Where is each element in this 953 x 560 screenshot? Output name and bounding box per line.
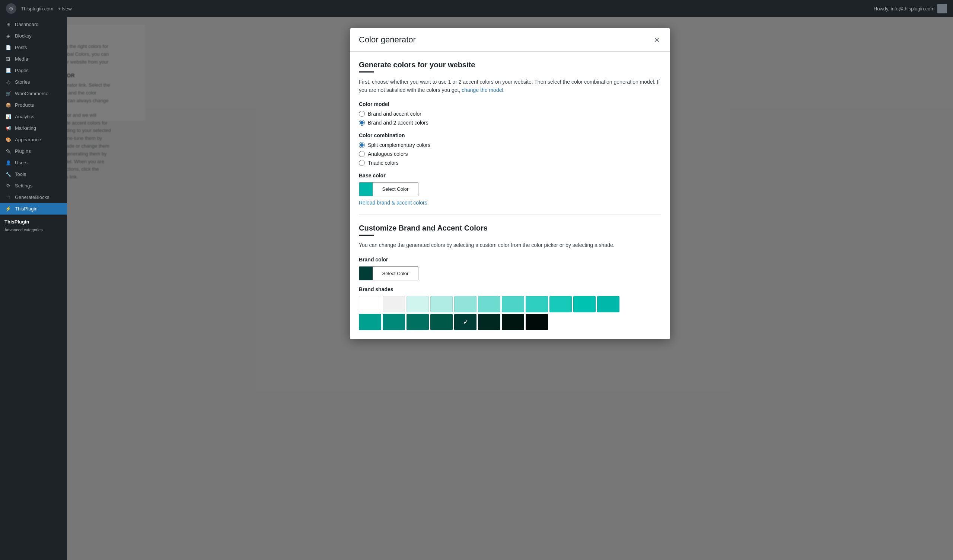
sidebar-item-posts[interactable]: 📄 Posts: [0, 42, 67, 53]
sidebar-footer-label: ThisPlugin: [0, 216, 67, 227]
sidebar-item-analytics[interactable]: 📊 Analytics: [0, 111, 67, 122]
analytics-icon: 📊: [5, 114, 12, 119]
sidebar-item-appearance[interactable]: 🎨 Appearance: [0, 134, 67, 145]
products-icon: 📦: [5, 103, 12, 108]
sidebar-item-stories[interactable]: ◎ Stories: [0, 76, 67, 88]
wp-logo: ⊕: [6, 3, 16, 14]
dashboard-icon: ⊞: [5, 22, 12, 27]
woocommerce-icon: 🛒: [5, 91, 12, 96]
sidebar-item-media[interactable]: 🖼 Media: [0, 53, 67, 65]
settings-icon: ⚙: [5, 183, 12, 189]
modal-overlay: Color generator × Generate colors for yo…: [67, 17, 153, 560]
posts-icon: 📄: [5, 45, 12, 50]
avatar: [937, 4, 947, 13]
sidebar-item-tools[interactable]: 🔧 Tools: [0, 169, 67, 180]
blocksy-icon: ◈: [5, 33, 12, 39]
sidebar-item-plugins[interactable]: 🔌 Plugins: [0, 145, 67, 157]
plugins-icon: 🔌: [5, 149, 12, 154]
sidebar-item-woocommerce[interactable]: 🛒 WooCommerce: [0, 88, 67, 99]
thisplugin-icon: ⚡: [5, 206, 12, 212]
sidebar-item-dashboard[interactable]: ⊞ Dashboard: [0, 19, 67, 30]
user-greeting: Howdy, info@thisplugin.com: [874, 6, 934, 12]
sidebar-item-thisplugin[interactable]: ⚡ ThisPlugin: [0, 203, 67, 215]
stories-icon: ◎: [5, 79, 12, 85]
sidebar-item-settings[interactable]: ⚙ Settings: [0, 180, 67, 192]
sidebar-item-blocksy[interactable]: ◈ Blocksy: [0, 30, 67, 42]
appearance-icon: 🎨: [5, 137, 12, 142]
sidebar-item-marketing[interactable]: 📢 Marketing: [0, 122, 67, 134]
sidebar-item-generateblocks[interactable]: ◻ GenerateBlocks: [0, 192, 67, 203]
sidebar-footer-sub: Advanced categories: [0, 227, 67, 235]
generateblocks-icon: ◻: [5, 195, 12, 200]
tools-icon: 🔧: [5, 172, 12, 177]
users-icon: 👤: [5, 160, 12, 166]
sidebar-item-pages[interactable]: 📃 Pages: [0, 65, 67, 76]
new-button[interactable]: + New: [58, 6, 71, 12]
sidebar-item-users[interactable]: 👤 Users: [0, 157, 67, 169]
sidebar: ⊞ Dashboard ◈ Blocksy 📄 Posts 🖼 Media 📃 …: [0, 17, 67, 560]
pages-icon: 📃: [5, 68, 12, 73]
sidebar-menu: ⊞ Dashboard ◈ Blocksy 📄 Posts 🖼 Media 📃 …: [0, 17, 67, 216]
site-name[interactable]: Thisplugin.com: [21, 6, 53, 12]
media-icon: 🖼: [5, 57, 12, 62]
sidebar-item-products[interactable]: 📦 Products: [0, 99, 67, 111]
marketing-icon: 📢: [5, 126, 12, 131]
